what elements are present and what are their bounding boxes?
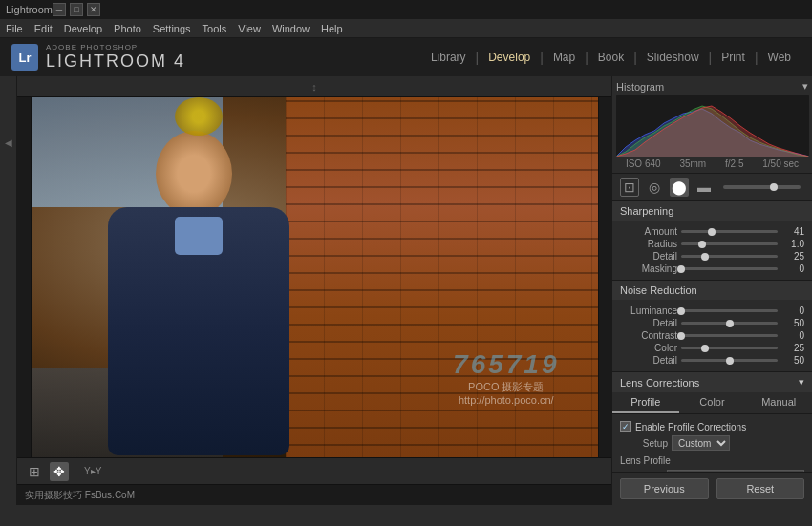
amount-track[interactable] [681, 230, 778, 233]
module-slideshow[interactable]: Slideshow [637, 47, 709, 68]
contrast-track[interactable] [681, 334, 778, 337]
detail-track[interactable] [681, 255, 778, 258]
nr-detail-value: 50 [781, 318, 804, 328]
radius-thumb[interactable] [698, 241, 706, 248]
left-panel: ◀ [0, 76, 17, 505]
hand-tool-icon[interactable]: ✥ [50, 462, 69, 481]
red-eye-tool[interactable]: ⬤ [670, 178, 689, 197]
lens-corrections-header[interactable]: Lens Corrections ▾ [612, 372, 812, 392]
contrast-row: Contrast 0 [620, 330, 804, 341]
menu-tools[interactable]: Tools [203, 23, 227, 34]
module-develop[interactable]: Develop [479, 47, 540, 68]
adobe-ps-label: ADOBE PHOTOSHOP [46, 43, 185, 52]
contrast-thumb[interactable] [677, 332, 685, 340]
detail-value: 25 [781, 251, 804, 262]
module-web[interactable]: Web [759, 47, 801, 68]
nr-detail-label: Detail [620, 318, 677, 328]
masking-row: Masking 0 [620, 263, 804, 274]
module-book[interactable]: Book [588, 47, 633, 68]
reset-button[interactable]: Reset [716, 478, 805, 499]
histogram-section: Histogram ▾ ISO 640 35mm [612, 76, 812, 174]
lens-tab-profile[interactable]: Profile [612, 392, 679, 413]
color-detail-label: Detail [620, 355, 677, 366]
minimize-button[interactable]: ─ [53, 3, 66, 16]
setup-row: Setup Custom [620, 435, 804, 451]
detail-row: Detail 25 [620, 251, 804, 262]
center-panel: ↕ [17, 76, 611, 505]
module-library[interactable]: Library [421, 47, 476, 68]
masking-label: Masking [620, 263, 677, 274]
bottom-bar: 实用摄影技巧 FsBus.CoM [17, 484, 611, 505]
lens-corrections-section: Lens Corrections ▾ Profile Color Manual … [612, 372, 812, 472]
setup-select[interactable]: Custom [672, 435, 730, 451]
masking-value: 0 [781, 263, 804, 274]
detail-label: Detail [620, 251, 677, 262]
menu-edit[interactable]: Edit [34, 23, 53, 34]
color-detail-row: Detail 50 [620, 355, 804, 366]
previous-button[interactable]: Previous [620, 478, 709, 499]
close-button[interactable]: ✕ [87, 3, 100, 16]
app-name-block: ADOBE PHOTOSHOP LIGHTROOM 4 [46, 43, 185, 72]
menu-bar: File Edit Develop Photo Settings Tools V… [0, 19, 812, 38]
menu-window[interactable]: Window [272, 23, 310, 34]
enable-profile-checkbox[interactable]: ✓ [620, 421, 631, 432]
noise-reduction-header[interactable]: Noise Reduction [612, 281, 812, 300]
lens-body: ✓ Enable Profile Corrections Setup Custo… [612, 414, 812, 472]
lens-tab-manual[interactable]: Manual [745, 392, 812, 413]
lens-corrections-collapse[interactable]: ▾ [799, 376, 804, 389]
module-map[interactable]: Map [544, 47, 585, 68]
luminance-track[interactable] [681, 309, 778, 312]
module-print[interactable]: Print [712, 47, 755, 68]
radius-track[interactable] [681, 242, 778, 245]
color-track[interactable] [681, 347, 778, 349]
app-header: Lr ADOBE PHOTOSHOP LIGHTROOM 4 Library |… [0, 38, 812, 76]
tool-slider[interactable] [723, 185, 801, 189]
radius-value: 1.0 [781, 239, 804, 249]
watermark-url: http://photo.poco.cn/ [453, 394, 559, 406]
luminance-thumb[interactable] [677, 307, 685, 315]
title-bar-controls: ─ □ ✕ [53, 3, 100, 16]
setup-label: Setup [620, 438, 668, 449]
sharpening-header[interactable]: Sharpening [612, 201, 812, 221]
focal-value: 35mm [679, 158, 706, 169]
luminance-value: 0 [781, 305, 804, 316]
menu-view[interactable]: View [238, 23, 261, 34]
color-detail-track[interactable] [681, 359, 778, 362]
nr-detail-thumb[interactable] [726, 320, 734, 327]
toolbar-bottom: ⊞ ✥ Y▸Y [17, 457, 611, 484]
nr-detail-row: Detail 50 [620, 318, 804, 328]
amount-value: 41 [781, 226, 804, 237]
masking-thumb[interactable] [677, 265, 685, 273]
image-area[interactable]: 765719 POCO 摄影专题 http://photo.poco.cn/ [17, 97, 611, 457]
color-detail-thumb[interactable] [726, 357, 734, 365]
graduated-filter-tool[interactable]: ▬ [694, 178, 714, 197]
masking-track[interactable] [681, 267, 778, 270]
right-panel: Histogram ▾ ISO 640 35mm [611, 76, 812, 505]
histogram-canvas [616, 95, 809, 157]
svg-marker-2 [616, 106, 809, 157]
detail-thumb[interactable] [701, 253, 709, 261]
nr-detail-track[interactable] [681, 322, 778, 325]
menu-help[interactable]: Help [321, 23, 343, 34]
histogram-info: ISO 640 35mm f/2.5 1/50 sec [616, 157, 808, 171]
flowers [175, 97, 223, 136]
title-bar: Lightroom ─ □ ✕ [0, 0, 812, 19]
crop-tool[interactable]: ⊡ [620, 178, 639, 197]
left-panel-toggle[interactable]: ◀ [5, 137, 12, 148]
color-label: Color [620, 343, 677, 353]
zoom-tool-icon[interactable]: ⊞ [25, 462, 44, 481]
tool-icons-row: ⊡ ◎ ⬤ ▬ [612, 174, 812, 201]
color-thumb[interactable] [701, 345, 709, 352]
spot-heal-tool[interactable]: ◎ [645, 178, 664, 197]
tip-text: 实用摄影技巧 FsBus.CoM [25, 489, 135, 502]
menu-file[interactable]: File [6, 23, 23, 34]
lens-tab-color[interactable]: Color [679, 392, 746, 413]
amount-thumb[interactable] [708, 228, 716, 236]
photo-frame: 765719 POCO 摄影专题 http://photo.poco.cn/ [31, 97, 599, 457]
maximize-button[interactable]: □ [70, 3, 83, 16]
sharpening-title: Sharpening [620, 205, 673, 217]
histogram-collapse-icon[interactable]: ▾ [802, 80, 808, 93]
menu-develop[interactable]: Develop [64, 23, 102, 34]
menu-settings[interactable]: Settings [153, 23, 191, 34]
menu-photo[interactable]: Photo [114, 23, 141, 34]
